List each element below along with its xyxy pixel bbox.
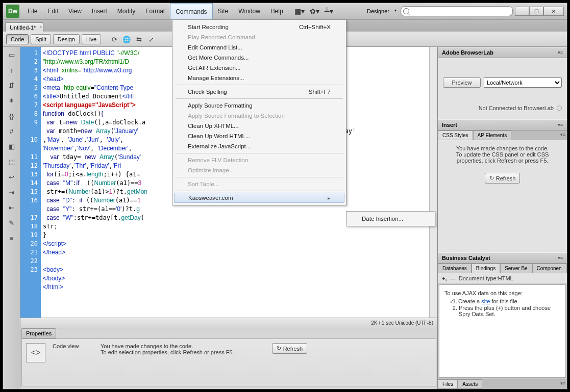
- insert-title: Insert: [442, 122, 457, 128]
- menu-get-air-extension-[interactable]: Get AIR Extension...: [174, 63, 345, 73]
- menu-clean-up-word-html-[interactable]: Clean Up Word HTML...: [174, 131, 345, 141]
- files-tab[interactable]: Files: [438, 379, 458, 389]
- status-indicator-icon: [557, 106, 562, 111]
- outdent-icon[interactable]: ⇤: [6, 203, 17, 212]
- network-select[interactable]: Local/Network: [484, 77, 562, 88]
- browserlab-title: Adobe BrowserLab: [442, 49, 493, 56]
- balance-braces-icon[interactable]: {}: [6, 111, 17, 120]
- business-catalyst-header[interactable]: Business Catalyst▾≡: [438, 252, 567, 264]
- layout-icon[interactable]: ▦▾: [294, 7, 305, 15]
- indent-icon[interactable]: ⇥: [6, 188, 17, 197]
- maximize-button[interactable]: ☐: [529, 7, 543, 16]
- panel-options-icon[interactable]: ▾≡: [558, 255, 563, 260]
- preview-button[interactable]: Preview: [443, 77, 481, 88]
- menu-check-spelling[interactable]: Check SpellingShift+F7: [174, 87, 345, 97]
- properties-msg1: You have made changes to the code.: [101, 343, 234, 349]
- menubar: File Edit View Insert Modify Format Comm…: [22, 3, 288, 19]
- extension-icon[interactable]: ✿▾: [310, 7, 319, 15]
- expand-icon[interactable]: ⇵: [6, 81, 17, 90]
- bindings-tab[interactable]: Bindings: [472, 264, 500, 273]
- view-live-button[interactable]: Live: [82, 34, 101, 44]
- ap-elements-tab[interactable]: AP Elements: [473, 130, 512, 140]
- menu-remove-flv-detection: Remove FLV Detection: [174, 155, 345, 165]
- insert-header[interactable]: Insert▾≡: [438, 119, 567, 130]
- search-icon: [403, 8, 409, 14]
- nav-icon[interactable]: ⇆: [134, 34, 144, 44]
- server-behaviors-tab[interactable]: Server Be: [500, 264, 532, 273]
- kaosweaver-submenu: Date Insertion...: [346, 211, 435, 226]
- view-split-button[interactable]: Split: [31, 34, 51, 44]
- menu-get-more-commands-[interactable]: Get More Commands...: [174, 53, 345, 63]
- assets-tab[interactable]: Assets: [458, 379, 482, 389]
- close-tab-icon[interactable]: ×: [39, 24, 42, 30]
- view-code-button[interactable]: Code: [6, 34, 29, 44]
- menu-commands[interactable]: Commands: [170, 3, 212, 19]
- properties-tab[interactable]: Properties: [21, 328, 56, 338]
- bc-hint-intro: To use AJAX data on this page:: [444, 290, 560, 296]
- plus-icon[interactable]: +,: [442, 275, 447, 281]
- code-view-icon: <>: [26, 343, 45, 362]
- css-styles-tab[interactable]: CSS Styles: [438, 130, 473, 140]
- right-panels: Adobe BrowserLab▾≡ Preview Local/Network…: [437, 47, 567, 389]
- components-tab[interactable]: Componen: [532, 264, 566, 273]
- layout-icons: ▦▾ ✿▾ ┴▾: [288, 7, 339, 15]
- panel-options-icon[interactable]: ▾≡: [558, 50, 563, 55]
- databases-tab[interactable]: Databases: [438, 264, 472, 273]
- panel-options-icon[interactable]: ▾≡: [558, 122, 563, 127]
- select-parent-icon[interactable]: ✶: [6, 96, 17, 105]
- menu-manage-extensions-[interactable]: Manage Extensions...: [174, 73, 345, 83]
- collapse-tag-icon[interactable]: ↕: [6, 65, 17, 74]
- workspace-switcher[interactable]: Designer: [363, 7, 399, 15]
- refresh-icon: ↻: [277, 345, 281, 352]
- doc-tab[interactable]: Untitled-1*×: [5, 22, 43, 32]
- minimize-button[interactable]: —: [515, 7, 529, 16]
- word-wrap-icon[interactable]: ↩: [6, 172, 17, 181]
- format-icon[interactable]: ≡: [6, 233, 17, 243]
- menu-view[interactable]: View: [63, 3, 87, 19]
- bc-hint1: ✓Create a site for this file.: [459, 298, 560, 305]
- css-msg1: You have made changes to the code.: [443, 145, 562, 151]
- view-design-button[interactable]: Design: [53, 34, 80, 44]
- line-numbers-icon[interactable]: #: [6, 126, 17, 136]
- properties-refresh-button[interactable]: ↻Refresh: [272, 343, 308, 354]
- menu-apply-source-formatting[interactable]: Apply Source Formatting: [174, 100, 345, 111]
- menu-start-recording[interactable]: Start RecordingCtrl+Shift+X: [174, 22, 345, 32]
- scrollbar-vertical[interactable]: [429, 47, 437, 318]
- menu-optimize-image-: Optimize Image...: [174, 165, 345, 175]
- menu-play-recorded-command: Play Recorded Command: [174, 32, 345, 42]
- syntax-icon[interactable]: ⬚: [6, 157, 17, 166]
- globe-icon[interactable]: 🌐: [121, 34, 132, 44]
- code-nav-icon[interactable]: ⤢: [146, 34, 156, 44]
- menu-window[interactable]: Window: [233, 3, 265, 19]
- panel-options-icon[interactable]: ▾≡: [559, 130, 567, 140]
- date-insertion-item[interactable]: Date Insertion...: [348, 214, 434, 224]
- properties-title: Code view: [53, 343, 93, 382]
- app-window: Dw File Edit View Insert Modify Format C…: [3, 3, 567, 389]
- close-button[interactable]: ✕: [543, 7, 564, 16]
- menu-externalize-javascript-[interactable]: Externalize JavaScript...: [174, 141, 345, 151]
- app-logo: Dw: [6, 5, 19, 18]
- sync-icon[interactable]: ┴▾: [325, 7, 333, 15]
- menu-modify[interactable]: Modify: [112, 3, 140, 19]
- menu-format[interactable]: Format: [140, 3, 170, 19]
- tool-icon[interactable]: ⟳: [109, 34, 119, 44]
- css-refresh-label: Refresh: [496, 175, 516, 181]
- menu-edit[interactable]: Edit: [42, 3, 63, 19]
- css-refresh-button[interactable]: ↻Refresh: [485, 173, 521, 184]
- menu-kaosweaver-com[interactable]: Kaosweaver.com: [174, 193, 344, 203]
- site-link[interactable]: site: [481, 298, 490, 304]
- menu-edit-command-list-[interactable]: Edit Command List...: [174, 42, 345, 53]
- menu-clean-up-xhtml-[interactable]: Clean Up XHTML...: [174, 121, 345, 131]
- open-docs-icon[interactable]: ▭: [6, 50, 17, 59]
- search-box[interactable]: [401, 6, 513, 16]
- highlight-icon[interactable]: ◧: [6, 142, 17, 151]
- browserlab-header[interactable]: Adobe BrowserLab▾≡: [438, 47, 567, 58]
- menu-help[interactable]: Help: [265, 3, 288, 19]
- menu-site[interactable]: Site: [213, 3, 234, 19]
- titlebar: Dw File Edit View Insert Modify Format C…: [3, 3, 567, 19]
- comment-icon[interactable]: ✎: [6, 218, 17, 227]
- menu-insert[interactable]: Insert: [87, 3, 112, 19]
- menu-file[interactable]: File: [22, 3, 42, 19]
- panel-options-icon[interactable]: ▾≡: [559, 379, 567, 389]
- minus-icon[interactable]: —: [450, 275, 456, 281]
